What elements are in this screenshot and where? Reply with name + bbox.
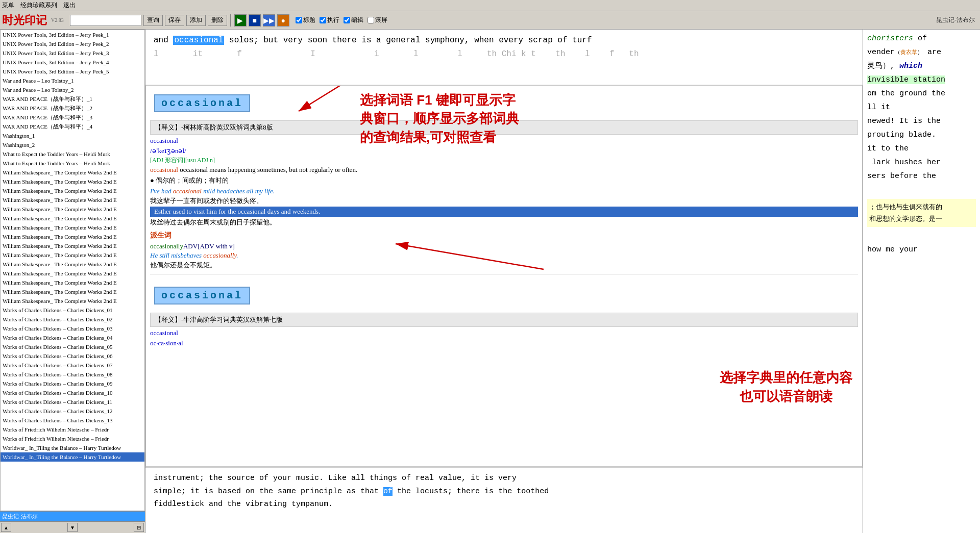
sidebar-item[interactable]: William Shakespeare_ The Complete Works …: [1, 232, 144, 241]
sidebar-item[interactable]: Works of Charles Dickens – Charles Dicke…: [1, 407, 144, 416]
check-edit[interactable]: [344, 17, 350, 23]
app-version: V2.83: [51, 17, 64, 23]
sidebar-item[interactable]: William Shakespeare_ The Complete Works …: [1, 296, 144, 306]
sidebar-item[interactable]: War and Peace – Leo Tolstoy_2: [1, 85, 144, 94]
sidebar-item[interactable]: UNIX Power Tools, 3rd Edition – Jerry Pe…: [1, 58, 144, 67]
reader-bottom-line1: instrument; the source of your music. Li…: [154, 472, 854, 485]
sidebar-item[interactable]: William Shakespeare_ The Complete Works …: [1, 269, 144, 278]
sidebar-item[interactable]: William Shakespeare_ The Complete Works …: [1, 195, 144, 205]
sidebar-home-button[interactable]: ⊟: [134, 523, 144, 532]
sidebar-item[interactable]: William Shakespeare_ The Complete Works …: [1, 177, 144, 186]
sidebar-item[interactable]: William Shakespeare_ The Complete Works …: [1, 250, 144, 260]
search-button[interactable]: 查询: [143, 15, 163, 26]
sidebar-item[interactable]: Washington_2: [1, 140, 144, 149]
dict-example2-zh: 埃丝特过去偶尔在周末或别的日子探望他。: [150, 218, 858, 227]
sidebar-item[interactable]: Works of Charles Dickens – Charles Dicke…: [1, 342, 144, 351]
check-scroll[interactable]: [368, 17, 374, 23]
search-input[interactable]: [70, 15, 141, 26]
sidebar-item[interactable]: Works of Charles Dickens – Charles Dicke…: [1, 333, 144, 342]
dict-header-1: occasional: [154, 94, 250, 112]
sidebar-item[interactable]: WAR AND PEACE（战争与和平）_4: [1, 122, 144, 131]
dict-example2-en-highlighted[interactable]: Esther used to visit him for the occasio…: [146, 207, 862, 217]
sidebar-item[interactable]: Works of Charles Dickens – Charles Dicke…: [1, 379, 144, 388]
top-right-label: 昆虫记-法布尔: [933, 15, 978, 26]
right-chinese-text: ；也与他与生俱来就有的 和思想的文学形态。是一: [867, 199, 976, 227]
menu-item-series[interactable]: 经典珍藏系列: [20, 1, 57, 10]
sidebar-item[interactable]: Worldwar_ In_Tiling the Balance – Harry …: [1, 452, 144, 462]
sidebar-item[interactable]: Works of Charles Dickens – Charles Dicke…: [1, 315, 144, 324]
sidebar-item[interactable]: William Shakespeare_ The Complete Works …: [1, 260, 144, 269]
sidebar-item[interactable]: Washington_1: [1, 131, 144, 140]
sidebar-item[interactable]: Works of Charles Dickens – Charles Dicke…: [1, 306, 144, 315]
record-button[interactable]: ●: [277, 14, 289, 27]
save-button[interactable]: 保存: [165, 15, 184, 26]
play-button[interactable]: ▶: [234, 14, 247, 27]
sidebar-item[interactable]: Works of Charles Dickens – Charles Dicke…: [1, 351, 144, 361]
dict-entry1-word: occasional: [150, 137, 858, 145]
sidebar-item[interactable]: William Shakespeare_ The Complete Works …: [1, 186, 144, 195]
app-logo: 时光印记: [2, 13, 47, 28]
main-layout: UNIX Power Tools, 3rd Edition – Jerry Pe…: [0, 30, 980, 533]
sidebar-footer: 昆虫记-法布尔: [0, 511, 145, 521]
reader-top[interactable]: and occasional solos; but very soon ther…: [145, 30, 863, 86]
sidebar-up-button[interactable]: ▲: [1, 523, 11, 532]
label-mark[interactable]: 标题: [296, 16, 315, 24]
menu-item-menu[interactable]: 菜单: [2, 1, 14, 10]
sidebar-item[interactable]: Works of Charles Dickens – Charles Dicke…: [1, 370, 144, 379]
sidebar-item[interactable]: Works of Charles Dickens – Charles Dicke…: [1, 361, 144, 370]
sidebar-item[interactable]: William Shakespeare_ The Complete Works …: [1, 168, 144, 177]
sidebar-down-button[interactable]: ▼: [67, 523, 78, 532]
text-before-highlight: and: [154, 36, 168, 45]
dict-panel[interactable]: occasional 【释义】-柯林斯高阶英汉双解词典第8版 occasiona…: [145, 86, 863, 467]
sidebar-item[interactable]: WAR AND PEACE（战争与和平）_3: [1, 113, 144, 122]
right-word-choristers: choristers: [867, 34, 913, 43]
label-execute[interactable]: 执行: [320, 16, 339, 24]
def-word-link[interactable]: occasional: [150, 166, 178, 173]
sidebar-item[interactable]: Works of Charles Dickens – Charles Dicke…: [1, 416, 144, 425]
sidebar-item[interactable]: UNIX Power Tools, 3rd Edition – Jerry Pe…: [1, 67, 144, 76]
sidebar-item[interactable]: What to Expect the Toddler Years – Heidi…: [1, 159, 144, 168]
check-execute[interactable]: [320, 17, 326, 23]
sidebar-item[interactable]: William Shakespeare_ The Complete Works …: [1, 241, 144, 250]
sidebar-item[interactable]: Worldwar_ In_Tiling the Balance – Harry …: [1, 443, 144, 452]
sidebar-item[interactable]: UNIX Power Tools, 3rd Edition – Jerry Pe…: [1, 30, 144, 39]
delete-button[interactable]: 删除: [208, 15, 227, 26]
sidebar-item[interactable]: WAR AND PEACE（战争与和平）_2: [1, 104, 144, 113]
sidebar-item[interactable]: Works of Charles Dickens – Charles Dicke…: [1, 397, 144, 407]
dict-deriv-word: occasionallyADV[ADV with v]: [150, 242, 858, 250]
sidebar-item[interactable]: William Shakespeare_ The Complete Works …: [1, 287, 144, 296]
sidebar-item[interactable]: UNIX Power Tools, 3rd Edition – Jerry Pe…: [1, 39, 144, 48]
dict-source-2: 【释义】-牛津高阶学习词典英汉双解第七版: [150, 313, 858, 327]
menu-item-exit[interactable]: 退出: [63, 1, 76, 10]
right-invisible-station: invisible station: [867, 75, 945, 84]
dict-deriv-example-en: He still misbehaves occasionally.: [150, 251, 858, 260]
sidebar-item[interactable]: William Shakespeare_ The Complete Works …: [1, 278, 144, 287]
check-mark[interactable]: [296, 17, 302, 23]
sidebar-item[interactable]: UNIX Power Tools, 3rd Edition – Jerry Pe…: [1, 48, 144, 58]
sidebar-item[interactable]: William Shakespeare_ The Complete Works …: [1, 205, 144, 214]
sidebar-item[interactable]: WAR AND PEACE（战争与和平）_1: [1, 94, 144, 104]
sidebar-item[interactable]: What to Expect the Toddler Years – Heidi…: [1, 149, 144, 159]
dict-word-display-2: occasional: [161, 290, 243, 301]
forward-button[interactable]: ▶▶: [263, 14, 275, 27]
dict-entry1-pos: [ADJ 形容词][usu ADJ n]: [150, 156, 858, 165]
sidebar-item[interactable]: Works of Friedrich Wilhelm Nietzsche – F…: [1, 434, 144, 443]
stop-button[interactable]: ■: [249, 14, 261, 27]
checkbox-group: 标题 执行 编辑 滚屏: [296, 16, 387, 24]
sidebar-list[interactable]: UNIX Power Tools, 3rd Edition – Jerry Pe…: [0, 30, 145, 511]
right-panel[interactable]: choristers of vender（黄衣草） are 灵鸟）, which…: [863, 30, 980, 533]
sidebar-item[interactable]: Works of Charles Dickens – Charles Dicke…: [1, 388, 144, 397]
sidebar-item[interactable]: War and Peace – Leo Tolstoy_1: [1, 76, 144, 85]
add-button[interactable]: 添加: [186, 15, 206, 26]
label-scroll[interactable]: 滚屏: [368, 16, 387, 24]
label-edit[interactable]: 编辑: [344, 16, 363, 24]
sidebar-item[interactable]: William Shakespeare_ The Complete Works …: [1, 214, 144, 223]
sidebar-item[interactable]: Works of Friedrich Wilhelm Nietzsche – F…: [1, 425, 144, 434]
dict-entry1-bullet: ● 偶尔的；间或的；有时的: [150, 176, 858, 185]
dict-entry2-phonetic: oc·ca·sion·al: [150, 339, 858, 347]
dict-entry1-def: occasional occasional means happening so…: [150, 166, 858, 174]
right-text-block: choristers of vender（黄衣草） are 灵鸟）, which…: [867, 32, 976, 257]
sidebar-item[interactable]: Works of Charles Dickens – Charles Dicke…: [1, 324, 144, 333]
reader-bottom[interactable]: instrument; the source of your music. Li…: [145, 467, 863, 533]
sidebar-item[interactable]: William Shakespeare_ The Complete Works …: [1, 223, 144, 232]
